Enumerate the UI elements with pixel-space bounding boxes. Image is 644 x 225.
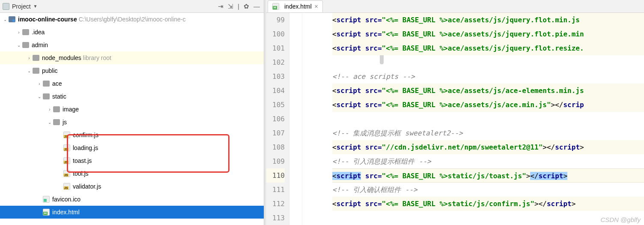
line-number: 110 <box>266 168 285 183</box>
line-number: 103 <box>266 69 285 84</box>
chevron-down-icon[interactable]: ⌄ <box>26 69 33 73</box>
project-title[interactable]: Project <box>12 3 31 10</box>
project-icon <box>3 3 9 10</box>
code-line: <script src="<%= BASE_URL %>ace/assets/j… <box>332 98 644 112</box>
line-gutter: 99 100 101 102 103 104 105 106 107 108 1… <box>266 13 289 225</box>
line-number: 106 <box>266 112 285 126</box>
line-number: 112 <box>266 197 285 211</box>
folder-icon <box>33 68 39 74</box>
code-line: <!-- 集成消息提示框 sweetalert2--> <box>332 126 644 140</box>
code-line <box>332 55 644 69</box>
code-line: <script src="<%= BASE_URL %>ace/assets/j… <box>332 13 644 27</box>
folder-icon <box>53 119 60 125</box>
code-line: <script src="<%= BASE_URL %>ace/assets/j… <box>332 41 644 55</box>
code-line: <script src="<%= BASE_URL %>static/js/co… <box>332 197 644 211</box>
chevron-down-icon[interactable]: ⌄ <box>15 43 22 48</box>
divider-icon: | <box>236 3 241 10</box>
line-number: 101 <box>266 41 285 55</box>
close-icon[interactable]: ✕ <box>314 4 318 9</box>
tree-item-node-modules[interactable]: › node_modules library root <box>0 51 264 64</box>
chevron-down-icon[interactable]: ⌄ <box>46 120 53 125</box>
js-file-icon <box>63 157 70 164</box>
tree-item-admin[interactable]: ⌄ admin <box>0 39 264 51</box>
code-line: <!-- 引入消息提示框组件 --> <box>332 154 644 168</box>
folder-icon <box>22 42 29 48</box>
line-number: 113 <box>266 211 285 225</box>
module-icon <box>9 16 15 22</box>
project-panel: Project ▼ ⇥ ⇲ | ✿ — ⌄ imooc-online-cours… <box>0 0 264 225</box>
root-name: imooc-online-course <box>18 16 77 23</box>
fold-gutter <box>289 13 302 225</box>
code-line: <!-- 引入确认框组件 --> <box>332 183 644 197</box>
folder-icon <box>43 81 50 87</box>
folder-icon <box>43 93 50 99</box>
root-path: C:\Users\gblfy\Desktop\2\imooc-online-c <box>79 16 186 23</box>
line-number: 100 <box>266 27 285 41</box>
chevron-down-icon[interactable]: ▼ <box>33 4 38 9</box>
tree-item-image[interactable]: › image <box>0 103 264 116</box>
project-toolbar: Project ▼ ⇥ ⇲ | ✿ — <box>0 0 264 13</box>
line-number: 102 <box>266 55 285 69</box>
tree-item-favicon[interactable]: favicon.ico <box>0 193 264 206</box>
folder-icon <box>33 55 39 61</box>
chevron-down-icon[interactable]: ⌄ <box>36 94 43 99</box>
tree-item-validator-js[interactable]: validator.js <box>0 180 264 193</box>
html-file-icon <box>43 209 50 216</box>
tree-item-public[interactable]: ⌄ public <box>0 64 264 77</box>
settings-icon[interactable]: ✿ <box>242 3 250 10</box>
editor-panel: index.html ✕ 99 100 101 102 103 104 105 … <box>266 0 644 225</box>
expand-all-icon[interactable]: ⇲ <box>227 3 235 10</box>
tree-item-loading-js[interactable]: loading.js <box>0 141 264 154</box>
tree-item-ace[interactable]: › ace <box>0 77 264 90</box>
js-file-icon <box>63 144 70 151</box>
line-number: 111 <box>266 183 285 197</box>
code-area[interactable]: <script src="<%= BASE_URL %>ace/assets/j… <box>302 13 644 225</box>
ico-file-icon <box>43 196 50 203</box>
html-file-icon <box>272 3 279 10</box>
tree-item-index-html[interactable]: index.html <box>0 206 264 219</box>
folder-icon <box>22 29 29 35</box>
code-line <box>332 112 644 126</box>
chevron-right-icon[interactable]: › <box>36 81 43 86</box>
chevron-right-icon[interactable]: › <box>15 30 22 35</box>
code-editor[interactable]: 99 100 101 102 103 104 105 106 107 108 1… <box>266 13 644 225</box>
tab-index-html[interactable]: index.html ✕ <box>268 0 323 12</box>
chevron-right-icon[interactable]: › <box>26 56 33 60</box>
folder-icon <box>53 106 60 112</box>
tree-item-tool-js[interactable]: tool.js <box>0 167 264 180</box>
code-line <box>332 211 644 225</box>
tree-item-confirm-js[interactable]: confirm.js <box>0 129 264 141</box>
tree-item-static[interactable]: ⌄ static <box>0 90 264 103</box>
code-line: <script src="<%= BASE_URL %>ace/assets/j… <box>332 27 644 41</box>
line-number: 104 <box>266 84 285 98</box>
chevron-down-icon[interactable]: ⌄ <box>2 17 9 22</box>
tree-item-js[interactable]: ⌄ js <box>0 116 264 129</box>
project-tree[interactable]: ⌄ imooc-online-course C:\Users\gblfy\Des… <box>0 13 264 225</box>
js-file-icon <box>63 170 70 177</box>
tree-item-idea[interactable]: › .idea <box>0 26 264 39</box>
select-opened-icon[interactable]: ⇥ <box>217 3 225 10</box>
line-number: 107 <box>266 126 285 140</box>
js-file-icon <box>63 132 70 138</box>
code-line: <script src="<%= BASE_URL %>static/js/to… <box>332 168 644 183</box>
code-line: <!-- ace scripts --> <box>332 69 644 84</box>
line-number: 108 <box>266 140 285 154</box>
code-line: <script src="<%= BASE_URL %>ace/assets/j… <box>332 84 644 98</box>
tree-root[interactable]: ⌄ imooc-online-course C:\Users\gblfy\Des… <box>0 13 264 26</box>
editor-tabs: index.html ✕ <box>266 0 644 13</box>
line-number: 109 <box>266 154 285 168</box>
code-line: <script src="//cdn.jsdelivr.net/npm/swee… <box>332 140 644 154</box>
chevron-right-icon[interactable]: › <box>46 107 53 112</box>
js-file-icon <box>63 183 70 190</box>
line-number: 99 <box>266 13 285 27</box>
hide-icon[interactable]: — <box>252 3 261 10</box>
tab-label: index.html <box>284 3 312 10</box>
tree-item-toast-js[interactable]: toast.js <box>0 154 264 167</box>
line-number: 105 <box>266 98 285 112</box>
